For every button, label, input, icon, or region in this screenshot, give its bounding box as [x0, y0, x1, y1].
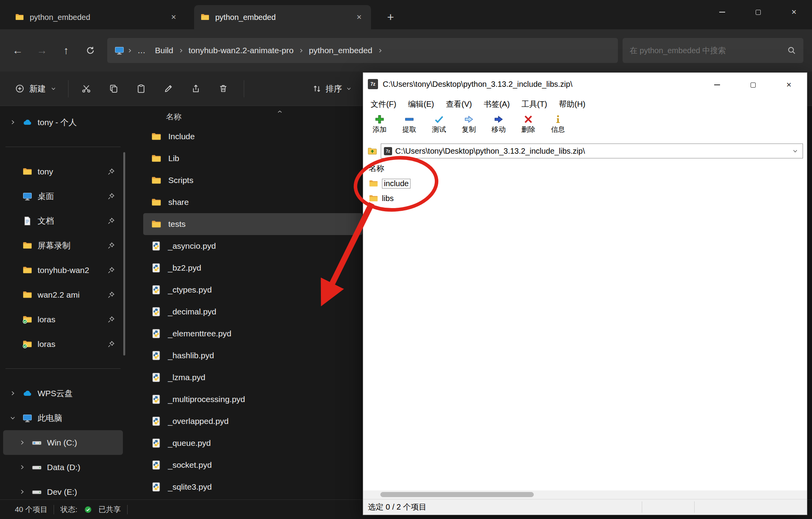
chevron-right-icon[interactable]: [17, 439, 27, 446]
menu-view[interactable]: 查看(V): [440, 99, 478, 110]
sidebar-item-drive-c[interactable]: Win (C:): [3, 430, 123, 455]
file-row[interactable]: _socket.pyd: [143, 454, 362, 476]
search-input[interactable]: [630, 46, 787, 55]
tab-close-icon[interactable]: ×: [168, 12, 179, 22]
sidebar-item-this-pc[interactable]: 此电脑: [3, 406, 123, 430]
sidebar-item-drive-e[interactable]: Dev (E:): [3, 479, 123, 499]
7zip-title-bar[interactable]: 7z C:\Users\tony\Desktop\python_3.13.2_i…: [363, 73, 807, 95]
file-row[interactable]: _overlapped.pyd: [143, 410, 362, 432]
sidebar-item-wan22[interactable]: wan2.2 ami: [3, 282, 123, 307]
file-row[interactable]: _sqlite3.pyd: [143, 476, 362, 498]
folder-icon: [369, 194, 378, 203]
menu-tools[interactable]: 工具(T): [516, 99, 553, 110]
sidebar-item-desktop[interactable]: 桌面: [3, 184, 123, 208]
pin-icon: [107, 168, 115, 176]
folder-row-selected[interactable]: tests: [143, 213, 362, 235]
delete-button[interactable]: [211, 77, 235, 101]
breadcrumb-ellipsis[interactable]: …: [133, 46, 150, 55]
scrollbar-thumb[interactable]: [380, 492, 534, 497]
delete-button[interactable]: 删除: [513, 114, 543, 134]
folder-row[interactable]: Lib: [143, 147, 362, 169]
tab-python-embeded-2[interactable]: python_embeded ×: [194, 5, 371, 29]
sidebar-item-tonyhub[interactable]: tonyhub-wan2: [3, 258, 123, 282]
up-folder-icon[interactable]: [367, 146, 378, 156]
test-check-icon: [434, 114, 444, 124]
tab-close-icon[interactable]: ×: [353, 12, 365, 22]
extract-button[interactable]: 提取: [394, 114, 424, 134]
chevron-right-icon[interactable]: [17, 488, 27, 495]
sidebar-item-label: 屏幕录制: [38, 240, 70, 251]
sidebar-item-onedrive[interactable]: tony - 个人: [3, 110, 123, 135]
chevron-right-icon[interactable]: [8, 119, 17, 126]
minimize-button[interactable]: [699, 73, 735, 97]
file-row[interactable]: _decimal.pyd: [143, 301, 362, 323]
chevron-right-icon[interactable]: [8, 390, 17, 397]
sidebar-item-loras-1[interactable]: loras: [3, 307, 123, 332]
file-row[interactable]: _ctypes.pyd: [143, 279, 362, 301]
sidebar-item-documents[interactable]: 文档: [3, 208, 123, 233]
sidebar-item-drive-d[interactable]: Data (D:): [3, 455, 123, 479]
close-button[interactable]: ×: [771, 73, 807, 97]
7zip-app-icon: 7z: [368, 79, 378, 89]
archive-item-name: include: [382, 179, 411, 189]
file-row[interactable]: _asyncio.pyd: [143, 235, 362, 257]
folder-row[interactable]: Scripts: [143, 169, 362, 191]
close-button[interactable]: ×: [776, 0, 812, 24]
7zip-column-header-name[interactable]: 名称: [363, 161, 807, 175]
new-tab-button[interactable]: +: [380, 5, 401, 29]
file-name: tests: [168, 219, 185, 229]
sidebar-scrollbar[interactable]: [123, 152, 125, 356]
breadcrumb-item-python-embeded[interactable]: python_embeded: [304, 46, 377, 55]
address-combo[interactable]: 7z C:\Users\tony\Desktop\python_3.13.2_i…: [381, 144, 803, 158]
sidebar-item-wps-cloud[interactable]: WPS云盘: [3, 381, 123, 406]
maximize-button[interactable]: [740, 0, 776, 24]
info-button[interactable]: 信息: [543, 114, 573, 134]
breadcrumb-item-tonyhub[interactable]: tonyhub-wan2.2-animate-pro: [184, 46, 299, 55]
archive-item-include[interactable]: include: [363, 176, 807, 191]
test-button[interactable]: 测试: [424, 114, 454, 134]
chevron-right-icon: [298, 48, 304, 54]
sidebar-item-tony[interactable]: tony: [3, 159, 123, 184]
menu-file[interactable]: 文件(F): [365, 99, 402, 110]
share-button[interactable]: [184, 77, 208, 101]
file-row[interactable]: _multiprocessing.pyd: [143, 388, 362, 410]
add-button[interactable]: 添加: [365, 114, 394, 134]
maximize-button[interactable]: [735, 73, 771, 97]
chevron-right-icon[interactable]: [17, 464, 27, 471]
file-row[interactable]: _hashlib.pyd: [143, 345, 362, 366]
paste-button[interactable]: [129, 77, 153, 101]
up-button[interactable]: ↑: [54, 38, 78, 63]
sort-button[interactable]: 排序: [308, 76, 356, 101]
rename-button[interactable]: [156, 77, 180, 101]
menu-bookmarks[interactable]: 书签(A): [478, 99, 516, 110]
menu-help[interactable]: 帮助(H): [553, 99, 591, 110]
sidebar-item-screen-recording[interactable]: 屏幕录制: [3, 233, 123, 258]
cut-button[interactable]: [74, 77, 98, 101]
file-row[interactable]: _elementtree.pyd: [143, 323, 362, 345]
breadcrumb-item-build[interactable]: Build: [150, 46, 178, 55]
menu-edit[interactable]: 编辑(E): [402, 99, 440, 110]
search-icon[interactable]: [787, 46, 796, 55]
archive-item-libs[interactable]: libs: [363, 191, 807, 206]
file-row[interactable]: _lzma.pyd: [143, 366, 362, 388]
new-button[interactable]: 新建: [9, 76, 63, 101]
column-header-name[interactable]: 名称: [143, 108, 362, 126]
copy-button[interactable]: 复制: [454, 114, 484, 134]
folder-row[interactable]: Include: [143, 126, 362, 147]
forward-button[interactable]: →: [30, 38, 54, 63]
tab-python-embeded-1[interactable]: python_embeded ×: [9, 5, 185, 29]
folder-row[interactable]: share: [143, 191, 362, 213]
search-box[interactable]: [623, 38, 803, 63]
sidebar-item-loras-2[interactable]: loras: [3, 332, 123, 356]
move-button[interactable]: 移动: [484, 114, 513, 134]
chevron-down-icon[interactable]: [790, 148, 800, 154]
chevron-down-icon[interactable]: [8, 415, 17, 421]
minimize-button[interactable]: [704, 0, 740, 24]
7zip-horizontal-scrollbar[interactable]: [363, 490, 807, 499]
copy-button[interactable]: [101, 77, 126, 101]
back-button[interactable]: ←: [5, 38, 30, 63]
file-row[interactable]: _queue.pyd: [143, 432, 362, 454]
file-row[interactable]: _bz2.pyd: [143, 257, 362, 279]
refresh-button[interactable]: [78, 38, 103, 63]
sidebar-item-label: wan2.2 ami: [38, 290, 79, 300]
